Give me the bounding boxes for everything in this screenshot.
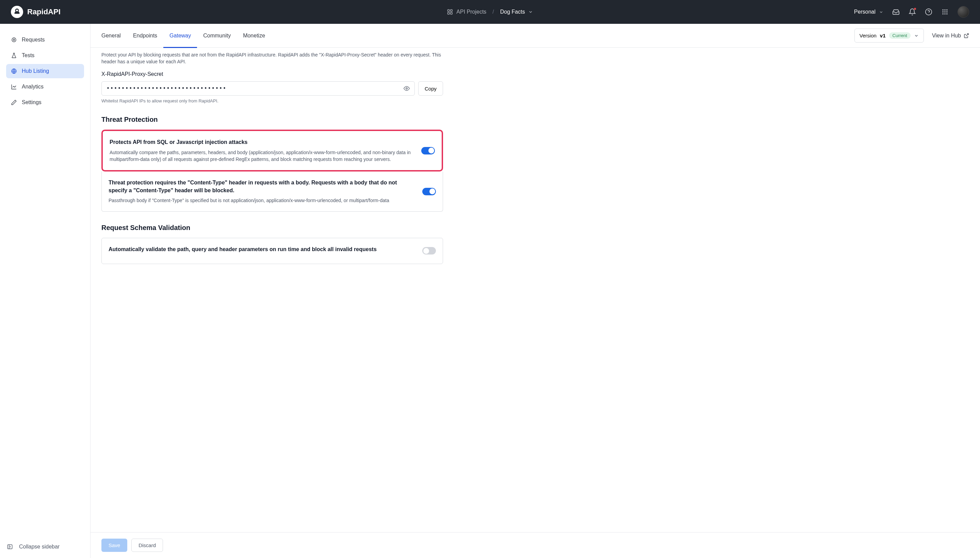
copy-button[interactable]: Copy — [418, 81, 443, 95]
svg-point-6 — [926, 9, 932, 15]
tab-label: General — [102, 33, 121, 39]
collapse-icon — [7, 544, 13, 550]
discard-button[interactable]: Discard — [131, 538, 163, 552]
highlighted-card: Protects API from SQL or Javascript inje… — [102, 130, 443, 171]
sidebar-item-tests[interactable]: Tests — [6, 48, 84, 62]
sidebar-item-label: Settings — [22, 99, 41, 105]
breadcrumb: API Projects / Dog Facts — [447, 9, 533, 15]
sidebar-item-settings[interactable]: Settings — [6, 95, 84, 110]
external-link-icon — [964, 33, 969, 38]
sidebar-item-label: Requests — [22, 37, 45, 43]
tabs-row: General Endpoints Gateway Community Mone… — [90, 24, 980, 48]
sidebar-item-label: Hub Listing — [22, 68, 49, 74]
bell-icon[interactable] — [909, 8, 916, 16]
whitelist-hint: Whitelist RapidAPI IPs to allow request … — [102, 98, 443, 103]
tab-label: Endpoints — [133, 33, 157, 39]
version-badge: Current — [889, 32, 911, 39]
tab-gateway[interactable]: Gateway — [163, 24, 197, 48]
save-button[interactable]: Save — [102, 538, 127, 552]
threat2-description: Passthrough body if "Content-Type" is sp… — [108, 197, 412, 204]
breadcrumb-current[interactable]: Dog Facts — [500, 9, 533, 15]
threat2-toggle[interactable] — [422, 188, 436, 195]
tab-label: Community — [203, 33, 231, 39]
version-selector[interactable]: Version v1 Current — [854, 29, 924, 43]
chevron-down-icon — [879, 10, 883, 14]
logo[interactable]: RapidAPI — [11, 6, 61, 18]
threat2-title: Threat protection requires the "Content-… — [108, 179, 412, 194]
content-scroll[interactable]: Protect your API by blocking requests th… — [90, 48, 980, 532]
svg-point-17 — [13, 39, 15, 41]
svg-point-1 — [17, 10, 18, 11]
tab-community[interactable]: Community — [197, 24, 237, 48]
brand-name: RapidAPI — [27, 8, 61, 16]
breadcrumb-root[interactable]: API Projects — [447, 9, 486, 15]
breadcrumb-current-label: Dog Facts — [500, 9, 525, 15]
schema1-toggle[interactable] — [422, 247, 436, 254]
breadcrumb-root-label: API Projects — [456, 9, 486, 15]
secret-input[interactable]: •••••••••••••••••••••••••••••••• — [102, 81, 415, 95]
svg-rect-2 — [448, 10, 450, 11]
secret-value: •••••••••••••••••••••••••••••••• — [107, 85, 404, 92]
tab-general[interactable]: General — [95, 24, 127, 48]
logo-icon — [11, 6, 23, 18]
view-hub-label: View in Hub — [932, 33, 961, 39]
app-header: RapidAPI API Projects / Dog Facts Person… — [0, 0, 980, 24]
threat-card-1: Protects API from SQL or Javascript inje… — [103, 131, 442, 170]
workspace-selector[interactable]: Personal — [854, 9, 883, 15]
sidebar: Requests Tests Hub Listing Analytics Set… — [0, 24, 90, 558]
breadcrumb-separator: / — [492, 9, 494, 15]
proxy-description: Protect your API by blocking requests th… — [102, 52, 443, 65]
tab-label: Gateway — [169, 33, 191, 39]
collapse-sidebar[interactable]: Collapse sidebar — [0, 535, 90, 558]
inbox-icon[interactable] — [892, 8, 900, 16]
notification-dot — [914, 8, 916, 10]
target-icon — [11, 37, 17, 43]
threat1-toggle[interactable] — [421, 147, 435, 154]
threat1-title: Protects API from SQL or Javascript inje… — [110, 138, 411, 146]
sidebar-item-requests[interactable]: Requests — [6, 33, 84, 47]
tab-endpoints[interactable]: Endpoints — [127, 24, 163, 48]
svg-point-8 — [944, 10, 945, 11]
svg-rect-5 — [451, 13, 452, 14]
chart-icon — [11, 84, 17, 90]
pencil-icon — [11, 99, 17, 105]
version-prefix: Version — [860, 33, 877, 38]
svg-point-10 — [942, 11, 944, 12]
grid-icon — [447, 9, 453, 15]
svg-point-0 — [16, 10, 17, 11]
version-value: v1 — [880, 33, 886, 38]
collapse-label: Collapse sidebar — [19, 544, 59, 550]
svg-rect-4 — [448, 13, 450, 14]
view-in-hub[interactable]: View in Hub — [932, 33, 969, 39]
svg-rect-3 — [451, 10, 452, 11]
svg-point-7 — [942, 10, 944, 11]
schema-card-1: Automatically validate the path, query a… — [102, 238, 443, 263]
threat-protection-title: Threat Protection — [102, 116, 443, 123]
svg-point-13 — [942, 13, 944, 14]
svg-point-11 — [944, 11, 945, 12]
apps-icon[interactable] — [941, 8, 949, 16]
help-icon[interactable] — [925, 8, 932, 16]
tab-monetize[interactable]: Monetize — [237, 24, 271, 48]
flask-icon — [11, 53, 17, 59]
chevron-down-icon — [914, 33, 919, 38]
reveal-icon[interactable] — [404, 85, 410, 92]
schema1-title: Automatically validate the path, query a… — [108, 246, 377, 253]
svg-point-9 — [946, 10, 947, 11]
svg-point-20 — [406, 88, 408, 89]
sidebar-item-label: Analytics — [22, 84, 44, 90]
svg-point-14 — [944, 13, 945, 14]
secret-field-label: X-RapidAPI-Proxy-Secret — [102, 71, 443, 77]
svg-point-16 — [12, 38, 16, 42]
sidebar-item-label: Tests — [22, 53, 34, 59]
threat1-description: Automatically compare the paths, paramet… — [110, 149, 411, 163]
workspace-label: Personal — [854, 9, 875, 15]
schema-validation-title: Request Schema Validation — [102, 224, 443, 232]
header-actions: Personal — [854, 6, 969, 18]
footer-bar: Save Discard — [90, 532, 980, 558]
sidebar-item-hub-listing[interactable]: Hub Listing — [6, 64, 84, 78]
sidebar-item-analytics[interactable]: Analytics — [6, 80, 84, 94]
chevron-down-icon — [529, 10, 533, 14]
avatar[interactable] — [957, 6, 969, 18]
svg-point-15 — [946, 13, 947, 14]
